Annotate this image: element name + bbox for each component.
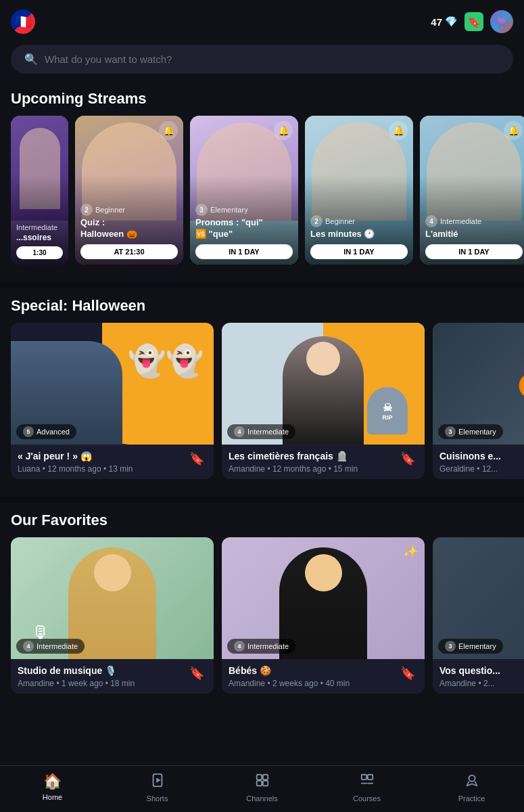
- video-sub-1: Luana • 12 months ago • 13 min: [18, 464, 181, 474]
- nav-courses-label: Courses: [353, 794, 381, 803]
- video-title-1: « J'ai peur ! » 😱: [18, 450, 181, 462]
- halloween-section: Special: Halloween 👻👻 5: [0, 290, 524, 490]
- avatar-icon[interactable]: 👾: [490, 10, 513, 33]
- streak-icon[interactable]: 🔖: [465, 12, 483, 31]
- favorites-video-1[interactable]: 🎙 4 Intermediate Studio de musique 🎙️ Am…: [11, 537, 214, 694]
- french-flag-icon[interactable]: 🇫🇷: [11, 9, 35, 34]
- stream-card-partial[interactable]: Intermediate ...ssoires 1:30: [11, 116, 68, 265]
- fav-title-2: Bébés 🍪: [229, 664, 392, 677]
- svg-marker-1: [156, 777, 160, 782]
- channels-icon: [255, 773, 270, 792]
- favorites-video-2[interactable]: ✨ 4 Intermediate Bébés 🍪 Amandine • 2 we…: [222, 537, 425, 694]
- video-title-2: Les cimetières français 🪦: [229, 450, 392, 462]
- favorites-video-row[interactable]: 🎙 4 Intermediate Studio de musique 🎙️ Am…: [0, 537, 524, 704]
- stream-time-4: IN 1 DAY: [425, 244, 523, 259]
- bookmark-icon-fav-1[interactable]: 🔖: [187, 664, 207, 682]
- search-container: 🔍: [0, 41, 524, 83]
- fav-sub-3: Amandine • 2...: [439, 679, 524, 688]
- fav-sub-2: Amandine • 2 weeks ago • 40 min: [229, 679, 392, 688]
- favorites-video-3[interactable]: 🗣 3 Elementary Vos questio... Amandine •…: [433, 537, 524, 694]
- svg-rect-2: [256, 775, 261, 780]
- stream-time-1: AT 21:30: [80, 244, 178, 259]
- nav-home[interactable]: 🏠 Home: [0, 773, 105, 803]
- svg-point-10: [469, 775, 475, 782]
- video-sub-2: Amandine • 12 months ago • 15 min: [229, 464, 392, 474]
- courses-icon: [360, 773, 375, 792]
- stream-title-2: Pronoms : "qui"🆚 "que": [195, 217, 293, 240]
- video-info-3: Cuisinons e... Geraldine • 12...: [433, 445, 524, 479]
- level-badge-1: 2 Beginner: [80, 204, 178, 216]
- thumb-level-2: 4 Intermediate: [227, 424, 295, 439]
- fav-thumb-2: ✨ 4 Intermediate: [222, 537, 425, 659]
- level-circle-3: 2: [310, 215, 323, 227]
- stream-card-4[interactable]: 🔔 4 Intermediate L'amitié IN 1 DAY: [420, 116, 524, 265]
- svg-rect-6: [361, 775, 366, 780]
- practice-icon: [465, 773, 479, 792]
- bookmark-icon-2[interactable]: 🔖: [398, 450, 418, 468]
- video-thumb-2: ☠ RIP 4 Intermediate: [222, 323, 425, 445]
- upcoming-scroll[interactable]: Intermediate ...ssoires 1:30 🔔 2 Beginne…: [0, 116, 524, 275]
- upcoming-title: Upcoming Streams: [0, 83, 524, 116]
- video-title-3: Cuisinons e...: [439, 450, 524, 462]
- stream-time-3: IN 1 DAY: [310, 244, 408, 259]
- video-thumb-1: 👻👻 5 Advanced: [11, 323, 214, 445]
- video-info-2: Les cimetières français 🪦 Amandine • 12 …: [222, 445, 425, 479]
- nav-courses[interactable]: Courses: [314, 773, 419, 803]
- search-bar[interactable]: 🔍: [11, 45, 513, 74]
- svg-rect-5: [262, 781, 267, 786]
- svg-rect-7: [367, 775, 372, 780]
- favorites-section: Our Favorites 🎙 4 Intermediate: [0, 505, 524, 704]
- halloween-video-2[interactable]: ☠ RIP 4 Intermediate Les cimetières fran…: [222, 323, 425, 479]
- halloween-video-row[interactable]: 👻👻 5 Advanced « J'ai peur ! » 😱 Luana • …: [0, 323, 524, 490]
- fav-title-3: Vos questio...: [439, 664, 524, 677]
- level-circle-4: 4: [425, 215, 437, 227]
- stream-time-2: IN 1 DAY: [195, 244, 293, 259]
- thumb-level-1: 5 Advanced: [16, 424, 76, 439]
- stream-title-1: Quiz :Halloween 🎃: [80, 217, 178, 240]
- video-sub-3: Geraldine • 12...: [439, 464, 524, 474]
- fav-sub-1: Amandine • 1 week ago • 18 min: [18, 679, 181, 688]
- fav-info-2: Bébés 🍪 Amandine • 2 weeks ago • 40 min …: [222, 659, 425, 694]
- nav-practice-label: Practice: [458, 794, 485, 803]
- fav-title-1: Studio de musique 🎙️: [18, 664, 181, 677]
- nav-channels[interactable]: Channels: [210, 773, 314, 803]
- nav-channels-label: Channels: [246, 794, 277, 803]
- fav-info-1: Studio de musique 🎙️ Amandine • 1 week a…: [11, 659, 214, 694]
- level-badge-2: 3 Elementary: [195, 204, 293, 216]
- video-info-1: « J'ai peur ! » 😱 Luana • 12 months ago …: [11, 445, 214, 479]
- gem-icon: 💎: [445, 16, 458, 28]
- fav-level-1: 4 Intermediate: [16, 639, 85, 654]
- favorites-title: Our Favorites: [0, 505, 524, 537]
- halloween-video-1[interactable]: 👻👻 5 Advanced « J'ai peur ! » 😱 Luana • …: [11, 323, 214, 479]
- video-thumb-3: 🎃 3 Elementary: [433, 323, 524, 445]
- level-circle-2: 3: [195, 204, 208, 216]
- fav-thumb-1: 🎙 4 Intermediate: [11, 537, 214, 659]
- nav-shorts-label: Shorts: [147, 794, 168, 803]
- svg-rect-3: [262, 775, 267, 780]
- shorts-icon: [150, 773, 165, 792]
- app-header: 🇫🇷 47 💎 🔖 👾: [0, 0, 524, 41]
- svg-rect-4: [256, 781, 261, 786]
- nav-shorts[interactable]: Shorts: [105, 773, 210, 803]
- stream-card-3[interactable]: 🔔 2 Beginner Les minutes 🕐 IN 1 DAY: [305, 116, 413, 265]
- fav-level-3: 3 Elementary: [438, 639, 503, 654]
- halloween-video-3[interactable]: 🎃 3 Elementary Cuisinons e... Geraldine …: [433, 323, 524, 479]
- search-input[interactable]: [45, 53, 500, 65]
- fav-thumb-3: 🗣 3 Elementary: [433, 537, 524, 659]
- stream-card-2[interactable]: 🔔 3 Elementary Pronoms : "qui"🆚 "que" IN…: [190, 116, 298, 265]
- header-left: 🇫🇷: [11, 9, 35, 34]
- bookmark-icon-1[interactable]: 🔖: [187, 450, 207, 468]
- upcoming-section: Upcoming Streams Intermediate ...ssoires…: [0, 83, 524, 275]
- stream-card-1[interactable]: 🔔 2 Beginner Quiz :Halloween 🎃 AT 21:30: [75, 116, 183, 265]
- search-icon: 🔍: [24, 53, 38, 66]
- thumb-level-3: 3 Elementary: [438, 424, 503, 439]
- level-circle-1: 2: [80, 204, 93, 216]
- xp-count: 47: [431, 16, 442, 28]
- level-badge-3: 2 Beginner: [310, 215, 408, 227]
- halloween-title: Special: Halloween: [0, 290, 524, 323]
- bottom-nav: 🏠 Home Shorts Channels: [0, 765, 524, 812]
- nav-home-label: Home: [43, 793, 62, 801]
- level-badge-4: 4 Intermediate: [425, 215, 523, 227]
- nav-practice[interactable]: Practice: [419, 773, 524, 803]
- bookmark-icon-fav-2[interactable]: 🔖: [398, 664, 418, 682]
